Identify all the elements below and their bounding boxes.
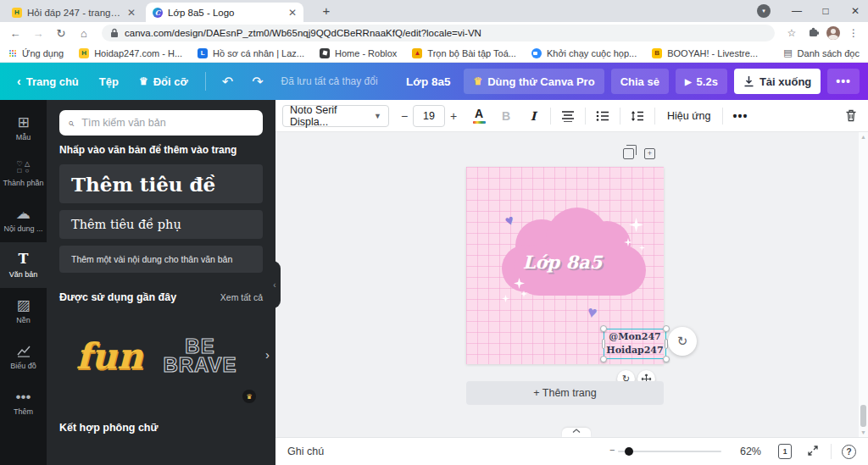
delete-button[interactable] — [841, 105, 861, 127]
file-menu-button[interactable]: Tệp — [91, 75, 127, 88]
sidebar-item-charts[interactable]: Biểu đồ — [0, 334, 47, 379]
present-button[interactable]: ▶5.2s — [676, 69, 727, 94]
sidebar-item-background[interactable]: ▨ Nền — [0, 288, 47, 334]
toolbar-more-button[interactable]: ••• — [730, 105, 750, 127]
page-title-text[interactable]: Lớp 8a5 — [466, 252, 659, 273]
bookmark-roblox[interactable]: Home - Roblox — [320, 48, 397, 58]
list-button[interactable] — [593, 105, 613, 127]
font-size-value[interactable]: 19 — [413, 105, 445, 127]
window-minimize-button[interactable]: — — [783, 0, 810, 22]
rotate-handle-button[interactable]: ↻ — [668, 327, 697, 356]
heart-icon[interactable]: ♥ — [504, 213, 516, 229]
sidebar-item-templates[interactable]: ⊞ Mẫu — [0, 105, 47, 151]
browser-profile-button[interactable]: ▾ — [753, 0, 775, 22]
panel-collapse-tab[interactable]: ‹ — [269, 261, 281, 308]
recent-item-be-brave[interactable]: BE BRAVE — [159, 337, 241, 374]
search-icon: ⌕ — [68, 116, 74, 130]
align-center-icon — [561, 110, 575, 122]
bookmark-hoidap[interactable]: HHoidap247.com - H... — [79, 48, 182, 58]
heart-icon[interactable]: ♥ — [586, 303, 598, 321]
back-icon[interactable]: ← — [7, 27, 24, 40]
tab-close-icon[interactable]: ✕ — [288, 8, 297, 18]
share-button[interactable]: Chia sẻ — [611, 69, 669, 94]
add-body-text-button[interactable]: Thêm một vài nội dung cho thân văn bản — [59, 246, 263, 273]
search-input[interactable] — [80, 116, 254, 130]
sparkle-icon[interactable] — [629, 218, 643, 232]
add-heading-button[interactable]: Thêm tiêu đề — [59, 164, 263, 203]
effects-button[interactable]: Hiệu ứng — [662, 110, 715, 122]
add-page-icon[interactable]: + — [644, 148, 655, 159]
undo-icon[interactable]: ↶ — [214, 74, 241, 90]
browser-tab-hoidap[interactable]: H Hỏi đáp 247 - trang tra loi ✕ — [5, 3, 142, 22]
forward-icon[interactable]: → — [30, 27, 47, 40]
resize-handle[interactable] — [600, 325, 607, 332]
window-maximize-button[interactable]: □ — [812, 0, 839, 22]
new-tab-button[interactable]: + — [317, 2, 336, 20]
page-count-button[interactable]: 1 — [778, 444, 792, 459]
notes-button[interactable]: Ghi chú — [287, 446, 324, 457]
font-size-decrease-button[interactable]: − — [396, 109, 413, 123]
extensions-puzzle-icon[interactable] — [805, 26, 821, 40]
bookmark-zoom[interactable]: Khởi chạy cuộc họp... — [531, 48, 637, 58]
bookmark-toan[interactable]: ▲Trọn bộ Bài tập Toá... — [412, 48, 516, 58]
reload-icon[interactable]: ↻ — [53, 27, 70, 40]
resize-handle[interactable] — [600, 356, 607, 363]
fullscreen-button[interactable] — [807, 445, 819, 459]
tab-close-icon[interactable]: ✕ — [127, 8, 136, 18]
reading-list-label: Danh sách đọc — [798, 48, 860, 58]
bookmark-booyah[interactable]: BBOOYAH! - Livestre... — [652, 48, 758, 58]
add-subheading-button[interactable]: Thêm tiêu đề phụ — [59, 210, 263, 239]
help-button[interactable]: ? — [842, 445, 856, 459]
resize-handle[interactable] — [663, 325, 670, 332]
text-color-button[interactable]: A — [469, 105, 489, 127]
browser-menu-icon[interactable]: ⋮ — [846, 27, 861, 39]
zoom-slider[interactable]: − — [618, 451, 721, 452]
notes-collapse-tab[interactable] — [562, 428, 591, 437]
italic-button[interactable]: I — [523, 105, 543, 127]
more-dots-icon: ••• — [16, 389, 31, 404]
download-button[interactable]: Tải xuống — [734, 69, 821, 94]
side-resize-handle[interactable] — [602, 339, 605, 349]
font-family-select[interactable]: Noto Serif Displa... ▼ — [282, 105, 389, 127]
chevron-right-icon[interactable]: › — [265, 347, 270, 362]
zoom-slider-thumb[interactable] — [625, 447, 633, 456]
rail-label: Thêm — [14, 407, 33, 416]
sidebar-item-uploads[interactable]: ☁↑ Nội dung ... — [0, 197, 47, 242]
url-bar[interactable]: canva.com/design/DAEsnP_ztm0/Wb65nqj9QQd… — [102, 25, 775, 42]
try-pro-button[interactable]: ♛Dùng thử Canva Pro — [464, 69, 604, 94]
resize-button[interactable]: ♛Đổi cỡ — [131, 75, 197, 88]
bookmark-apps[interactable]: Ứng dụng — [8, 48, 64, 58]
redo-icon[interactable]: ↷ — [244, 74, 270, 90]
sidebar-item-more[interactable]: ••• Thêm — [0, 379, 47, 425]
selected-text-element[interactable]: @Mon247 Hoidap247 — [604, 329, 666, 359]
spacing-button[interactable] — [627, 105, 648, 127]
recent-item-fun[interactable]: fun — [59, 335, 159, 377]
see-all-link[interactable]: Xem tất cả — [220, 292, 263, 302]
resize-handle[interactable] — [663, 356, 670, 363]
sidebar-item-elements[interactable]: ♡△□○ Thành phần — [0, 151, 47, 197]
home-icon[interactable]: ⌂ — [75, 27, 92, 40]
add-page-button[interactable]: + Thêm trang — [466, 381, 664, 405]
scroll-up-icon[interactable]: ▲ — [860, 134, 866, 140]
text-search-box[interactable]: ⌕ — [59, 110, 263, 136]
zoom-percentage[interactable]: 62% — [740, 446, 761, 457]
scrollbar-thumb[interactable] — [860, 405, 866, 427]
user-avatar[interactable] — [826, 26, 840, 40]
home-button[interactable]: ‹Trang chủ — [8, 75, 87, 88]
font-size-increase-button[interactable]: + — [445, 109, 462, 123]
browser-tab-canva[interactable]: C Lớp 8a5 - Logo ✕ — [146, 3, 303, 22]
header-more-button[interactable]: ••• — [827, 69, 860, 94]
window-close-button[interactable]: ✕ — [843, 0, 868, 22]
sidebar-item-text[interactable]: T Văn bản — [0, 242, 47, 288]
bookmark-star-icon[interactable]: ☆ — [784, 27, 799, 39]
bold-button[interactable]: B — [496, 105, 516, 127]
scroll-down-icon[interactable]: ▼ — [860, 429, 866, 435]
pro-crown-badge: ♛ — [242, 390, 256, 403]
canvas-scrollbar[interactable]: ▲ ▼ — [859, 132, 868, 437]
duplicate-page-icon[interactable] — [623, 148, 634, 159]
bookmark-lazada[interactable]: LHồ sơ cá nhân | Laz... — [198, 48, 304, 58]
text-align-button[interactable] — [558, 105, 578, 127]
zoom-out-icon[interactable]: − — [609, 445, 615, 455]
design-title[interactable]: Lớp 8a5 — [399, 75, 457, 88]
reading-list-button[interactable]: ▤Danh sách đọc — [783, 47, 860, 58]
